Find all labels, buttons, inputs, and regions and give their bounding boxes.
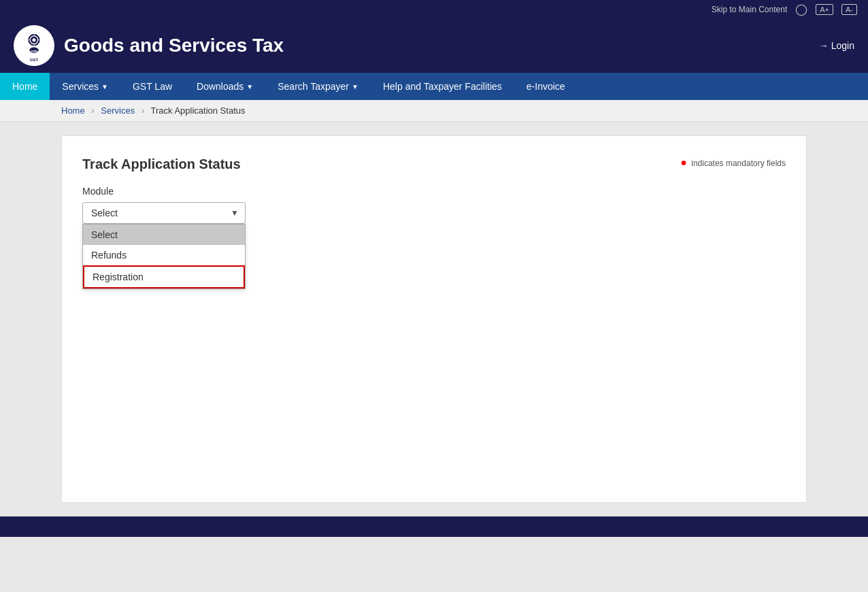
nav-home[interactable]: Home <box>0 73 50 100</box>
breadcrumb-services[interactable]: Services <box>101 105 135 116</box>
nav-e-invoice[interactable]: e-Invoice <box>514 73 578 100</box>
content-card: Track Application Status ● indicates man… <box>61 135 807 503</box>
nav-downloads[interactable]: Downloads ▼ <box>184 73 265 100</box>
breadcrumb-sep-2: › <box>141 105 144 116</box>
dropdown-option-refunds[interactable]: Refunds <box>83 245 245 265</box>
mandatory-note: ● indicates mandatory fields <box>680 157 786 169</box>
font-decrease-button[interactable]: A- <box>841 4 857 15</box>
svg-text:सत्यमेव: सत्यमेव <box>30 50 38 53</box>
contrast-icon: ◯ <box>795 3 807 16</box>
svg-point-2 <box>33 38 36 42</box>
downloads-dropdown-arrow: ▼ <box>246 83 253 91</box>
dropdown-option-registration[interactable]: Registration <box>83 265 245 289</box>
main-nav: Home Services ▼ GST Law Downloads ▼ Sear… <box>0 73 868 100</box>
breadcrumb-current: Track Application Status <box>151 105 246 116</box>
header-left: सत्यमेव जयते GST Goods and Services Tax <box>14 25 284 66</box>
dropdown-option-select[interactable]: Select <box>83 225 245 245</box>
login-icon: → <box>819 40 829 51</box>
svg-text:GST: GST <box>30 58 38 62</box>
nav-services[interactable]: Services ▼ <box>50 73 120 100</box>
dropdown-options-list: Select Refunds Registration <box>82 224 246 289</box>
svg-text:जयते: जयते <box>31 54 36 56</box>
logo: सत्यमेव जयते GST <box>14 25 54 66</box>
module-select[interactable]: Select Refunds Registration <box>82 202 246 224</box>
skip-main-content[interactable]: Skip to Main Content <box>712 5 787 14</box>
nav-gst-law[interactable]: GST Law <box>120 73 184 100</box>
module-label: Module <box>82 186 786 197</box>
breadcrumb-sep-1: › <box>91 105 94 116</box>
font-increase-button[interactable]: A+ <box>816 4 833 15</box>
header: सत्यमेव जयते GST Goods and Services Tax … <box>0 18 868 73</box>
search-taxpayer-dropdown-arrow: ▼ <box>352 83 358 91</box>
module-select-container: Select Refunds Registration ▼ Select Ref… <box>82 202 246 224</box>
breadcrumb-home[interactable]: Home <box>61 105 85 116</box>
site-title: Goods and Services Tax <box>64 35 284 56</box>
mandatory-dot: ● <box>680 157 687 168</box>
login-button[interactable]: → Login <box>819 40 854 51</box>
breadcrumb: Home › Services › Track Application Stat… <box>0 100 868 122</box>
nav-help[interactable]: Help and Taxpayer Facilities <box>371 73 514 100</box>
services-dropdown-arrow: ▼ <box>101 83 108 91</box>
top-bar: Skip to Main Content ◯ A+ A- <box>0 0 868 18</box>
main-wrapper: Track Application Status ● indicates man… <box>0 122 868 516</box>
footer <box>0 516 868 537</box>
nav-search-taxpayer[interactable]: Search Taxpayer ▼ <box>265 73 371 100</box>
